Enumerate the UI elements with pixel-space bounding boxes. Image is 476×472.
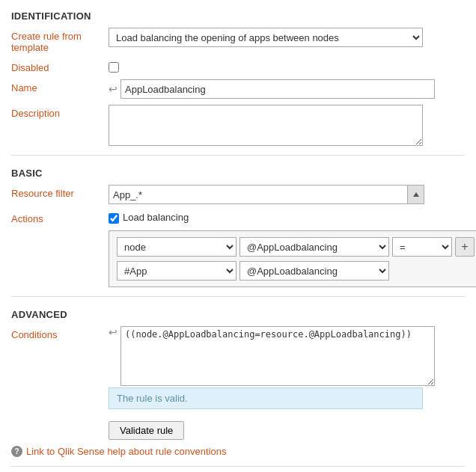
- load-balancing-label: Load balancing: [123, 212, 189, 223]
- conditions-undo-wrap: ↩ ((node.@AppLoadbalancing=resource.@App…: [109, 326, 435, 386]
- name-undo-icon[interactable]: ↩: [109, 83, 118, 95]
- identification-section: IDENTIFICATION Create rule from template…: [11, 10, 465, 146]
- conditions-textarea[interactable]: ((node.@AppLoadbalancing=resource.@AppLo…: [120, 326, 435, 386]
- triangle-up-icon: [412, 191, 420, 198]
- template-select[interactable]: Load balancing the opening of apps betwe…: [109, 28, 423, 47]
- name-input-wrap: ↩: [109, 79, 465, 99]
- resource-filter-wrap: [109, 185, 465, 204]
- description-textarea-wrap: [109, 105, 465, 146]
- lb-app-select[interactable]: #App: [117, 261, 237, 281]
- svg-marker-0: [413, 192, 419, 197]
- disabled-checkbox-wrap: [109, 59, 465, 73]
- advanced-section: ADVANCED Conditions ↩ ((node.@AppLoadbal…: [11, 296, 465, 457]
- lb-row-1: node @AppLoadbalancing = +: [117, 237, 475, 257]
- actions-label: Actions: [11, 210, 109, 224]
- divider-2: [11, 296, 465, 297]
- load-balancing-box: node @AppLoadbalancing = + #App @AppLoad…: [109, 230, 476, 287]
- lb-row-2: #App @AppLoadbalancing: [117, 261, 475, 281]
- divider-3: [11, 466, 465, 467]
- disabled-checkbox[interactable]: [109, 62, 119, 73]
- conditions-wrap: ↩ ((node.@AppLoadbalancing=resource.@App…: [109, 326, 465, 409]
- help-link-row: ? Link to Qlik Sense help about rule con…: [11, 446, 465, 457]
- template-select-wrap: Load balancing the opening of apps betwe…: [109, 28, 465, 47]
- name-label: Name: [11, 79, 109, 94]
- load-balancing-checkbox[interactable]: [109, 213, 119, 224]
- conditions-undo-icon[interactable]: ↩: [109, 326, 118, 338]
- description-label: Description: [11, 105, 109, 119]
- tags-section: TAGS: [11, 466, 465, 472]
- resource-filter-input[interactable]: [109, 185, 408, 204]
- add-row-btn[interactable]: +: [455, 237, 475, 257]
- name-row: Name ↩: [11, 79, 465, 99]
- basic-section: BASIC Resource filter Actions Load balan…: [11, 155, 465, 287]
- resource-filter-label: Resource filter: [11, 185, 109, 199]
- help-link[interactable]: Link to Qlik Sense help about rule conve…: [26, 446, 226, 457]
- lb-node-select[interactable]: node: [117, 237, 237, 257]
- lb-apploadbalancing-select-1[interactable]: @AppLoadbalancing: [239, 237, 389, 257]
- actions-wrap: Load balancing: [109, 210, 465, 224]
- lb-apploadbalancing-select-2[interactable]: @AppLoadbalancing: [239, 261, 389, 281]
- divider-1: [11, 155, 465, 156]
- valid-message: The rule is valid.: [109, 387, 423, 409]
- conditions-label: Conditions: [11, 326, 109, 340]
- disabled-label: Disabled: [11, 59, 109, 73]
- resource-filter-row: Resource filter: [11, 185, 465, 204]
- validate-rule-button[interactable]: Validate rule: [109, 421, 184, 440]
- help-icon: ?: [11, 446, 22, 457]
- advanced-title: ADVANCED: [11, 309, 465, 320]
- name-input[interactable]: [120, 79, 435, 99]
- basic-title: BASIC: [11, 168, 465, 179]
- description-row: Description: [11, 105, 465, 146]
- identification-title: IDENTIFICATION: [11, 10, 465, 22]
- create-from-template-row: Create rule from template Load balancing…: [11, 28, 465, 53]
- disabled-row: Disabled: [11, 59, 465, 73]
- description-textarea[interactable]: [109, 105, 423, 146]
- conditions-row: Conditions ↩ ((node.@AppLoadbalancing=re…: [11, 326, 465, 409]
- resource-filter-btn[interactable]: [408, 185, 424, 204]
- actions-row: Actions Load balancing: [11, 210, 465, 224]
- create-from-template-label: Create rule from template: [11, 28, 109, 53]
- lb-equals-select[interactable]: =: [392, 237, 452, 257]
